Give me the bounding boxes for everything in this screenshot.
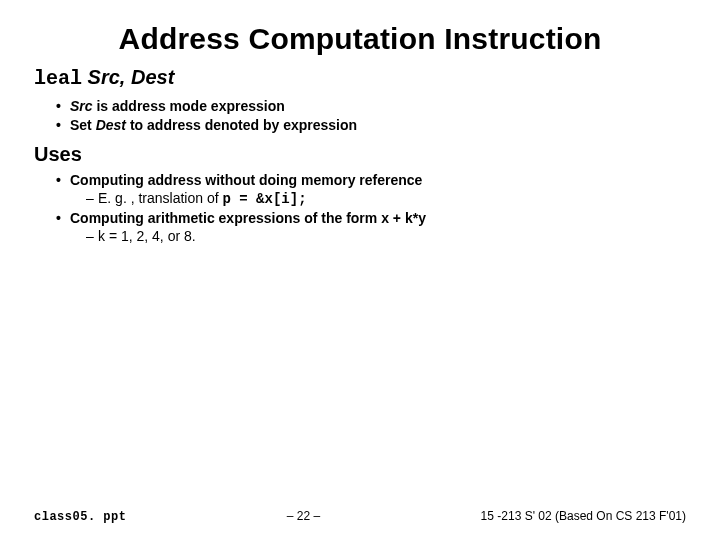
eg-prefix: E. g. , translation of — [98, 190, 223, 206]
k-values: k = 1, 2, 4, or 8. — [98, 228, 196, 244]
list-item: Src is address mode expression — [60, 98, 686, 114]
src-term: Src — [70, 98, 93, 114]
list-item: k = 1, 2, 4, or 8. — [88, 228, 686, 244]
dest-term: Dest — [96, 117, 126, 133]
instruction-desc-list: Src is address mode expression Set Dest … — [60, 98, 686, 133]
uses-item-1: Computing address without doing memory r… — [70, 172, 422, 188]
src-rest: is address mode expression — [93, 98, 285, 114]
uses-sublist-2: k = 1, 2, 4, or 8. — [88, 228, 686, 244]
instruction-heading: leal Src, Dest — [34, 66, 686, 90]
footer-filename: class05. ppt — [34, 510, 126, 524]
set-pre: Set — [70, 117, 96, 133]
set-rest: to address denoted by expression — [126, 117, 357, 133]
slide-footer: class05. ppt – 22 – 15 -213 S' 02 (Based… — [34, 509, 686, 524]
instruction-mnemonic: leal — [34, 67, 82, 90]
list-item: E. g. , translation of p = &x[i]; — [88, 190, 686, 207]
list-item: Computing arithmetic expressions of the … — [60, 210, 686, 244]
eg-code: p = &x[i]; — [223, 191, 307, 207]
instruction-args: Src, Dest — [88, 66, 175, 88]
slide-title: Address Computation Instruction — [34, 22, 686, 56]
uses-sublist-1: E. g. , translation of p = &x[i]; — [88, 190, 686, 207]
uses-list: Computing address without doing memory r… — [60, 172, 686, 244]
footer-course: 15 -213 S' 02 (Based On CS 213 F'01) — [481, 509, 686, 523]
footer-page-number: – 22 – — [287, 509, 320, 523]
list-item: Computing address without doing memory r… — [60, 172, 686, 207]
list-item: Set Dest to address denoted by expressio… — [60, 117, 686, 133]
uses-heading: Uses — [34, 143, 686, 166]
uses-item-2: Computing arithmetic expressions of the … — [70, 210, 426, 226]
